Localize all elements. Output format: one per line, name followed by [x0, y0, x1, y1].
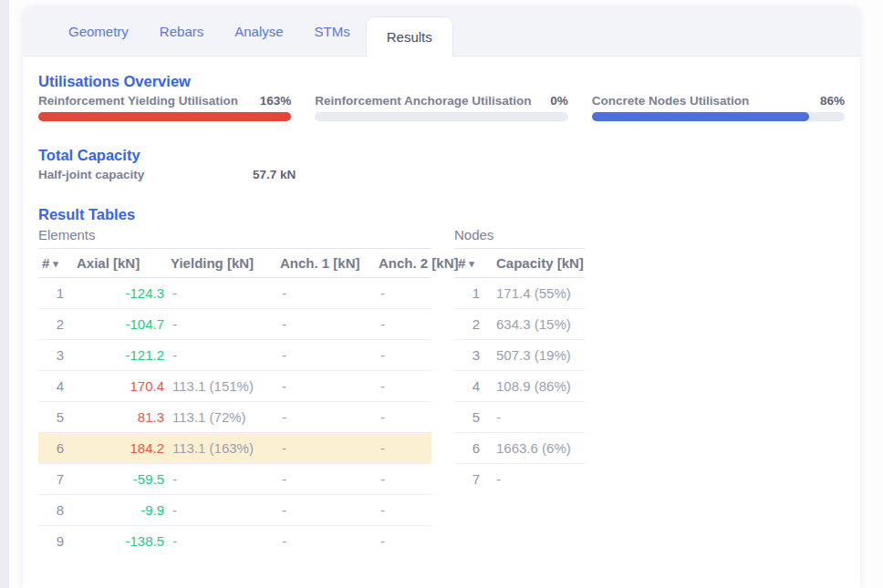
row-number: 6 [454, 433, 485, 464]
tables-container: Elements #▾Axial [kN]Yielding [kN]Anch. … [38, 227, 845, 556]
row-number: 6 [38, 433, 69, 464]
anchorage-1-value: - [276, 278, 375, 309]
axial-value: -124.3 [69, 278, 167, 309]
bar-percent-value: 0% [550, 94, 568, 108]
anchorage-1-value: - [276, 402, 375, 433]
yielding-value: - [167, 495, 276, 526]
tab-analyse[interactable]: Analyse [219, 7, 298, 56]
table-row[interactable]: 7-59.5--- [38, 464, 431, 495]
progress-track [38, 112, 291, 121]
yielding-value: 113.1 (163%) [167, 433, 276, 464]
column-header[interactable]: #▾ [38, 249, 69, 278]
row-number: 4 [38, 371, 69, 402]
table-row[interactable]: 7- [454, 464, 585, 495]
anchorage-2-value: - [375, 309, 431, 340]
row-number: 4 [454, 371, 485, 402]
row-number: 3 [38, 340, 69, 371]
row-number: 7 [454, 464, 485, 495]
anchorage-2-value: - [375, 340, 431, 371]
capacity-value: - [485, 402, 585, 433]
column-header: Yielding [kN] [167, 249, 276, 278]
utilisation-bars: Reinforcement Yielding Utilisation163%Re… [38, 94, 845, 121]
table-row[interactable]: 2634.3 (15%) [454, 309, 585, 340]
tab-stms[interactable]: STMs [299, 7, 366, 56]
column-header-label: Anch. 1 [kN] [280, 255, 360, 271]
column-header-label: # [458, 255, 465, 271]
table-row[interactable]: 61663.6 (6%) [454, 433, 585, 464]
tab-geometry[interactable]: Geometry [53, 7, 144, 56]
column-header-label: Capacity [kN] [496, 255, 584, 271]
progress-fill [38, 112, 291, 121]
utilisations-section: Utilisations Overview Reinforcement Yiel… [38, 73, 845, 121]
column-header: Capacity [kN] [485, 249, 585, 278]
tab-results[interactable]: Results [366, 16, 453, 57]
elements-table: #▾Axial [kN]Yielding [kN]Anch. 1 [kN]Anc… [38, 249, 431, 556]
nodes-table: #▾Capacity [kN] 1171.4 (55%)2634.3 (15%)… [454, 249, 585, 494]
axial-value: 81.3 [69, 402, 167, 433]
elements-header-row: #▾Axial [kN]Yielding [kN]Anch. 1 [kN]Anc… [38, 249, 431, 278]
progress-track [315, 112, 567, 121]
utilisation-bar: Reinforcement Anchorage Utilisation0% [315, 94, 567, 121]
capacity-value: - [485, 464, 585, 495]
table-row[interactable]: 3507.3 (19%) [454, 340, 585, 371]
table-row[interactable]: 2-104.7--- [38, 309, 431, 340]
page-gutter [0, 0, 9, 588]
row-number: 5 [454, 402, 485, 433]
column-header: Anch. 2 [kN] [375, 249, 431, 278]
nodes-table-title: Nodes [454, 227, 585, 249]
anchorage-2-value: - [375, 464, 431, 495]
elements-table-title: Elements [38, 227, 431, 249]
bar-label: Concrete Nodes Utilisation [592, 94, 750, 108]
row-number: 2 [454, 309, 485, 340]
yielding-value: - [167, 464, 276, 495]
table-row[interactable]: 8-9.9--- [38, 495, 431, 526]
table-row[interactable]: 9-138.5--- [38, 526, 431, 557]
bar-header: Concrete Nodes Utilisation86% [592, 94, 845, 108]
tab-rebars[interactable]: Rebars [144, 7, 219, 56]
anchorage-1-value: - [276, 526, 375, 557]
axial-value: -9.9 [69, 495, 167, 526]
sort-desc-icon: ▾ [469, 258, 474, 269]
utilisation-bar: Concrete Nodes Utilisation86% [592, 94, 845, 121]
table-row[interactable]: 1171.4 (55%) [454, 278, 585, 309]
table-row[interactable]: 4108.9 (86%) [454, 371, 585, 402]
anchorage-2-value: - [375, 402, 431, 433]
utilisations-heading: Utilisations Overview [38, 73, 845, 90]
bar-header: Reinforcement Anchorage Utilisation0% [315, 94, 567, 108]
table-row[interactable]: 5- [454, 402, 585, 433]
anchorage-2-value: - [375, 526, 431, 557]
axial-value: -59.5 [69, 464, 167, 495]
capacity-value: 57.7 kN [253, 168, 296, 182]
sort-desc-icon: ▾ [53, 258, 58, 269]
table-row[interactable]: 1-124.3--- [38, 278, 431, 309]
row-number: 7 [38, 464, 69, 495]
anchorage-1-value: - [276, 464, 375, 495]
result-tables-section: Result Tables Elements #▾Axial [kN]Yield… [38, 206, 845, 556]
yielding-value: 113.1 (72%) [167, 402, 276, 433]
capacity-value: 171.4 (55%) [485, 278, 585, 309]
result-tables-heading: Result Tables [38, 206, 845, 223]
row-number: 8 [38, 495, 69, 526]
progress-fill [592, 112, 810, 121]
anchorage-2-value: - [375, 278, 431, 309]
capacity-value: 507.3 (19%) [485, 340, 585, 371]
row-number: 9 [38, 526, 69, 557]
row-number: 1 [454, 278, 485, 309]
table-row[interactable]: 4170.4113.1 (151%)-- [38, 371, 431, 402]
anchorage-1-value: - [276, 309, 375, 340]
axial-value: -138.5 [69, 526, 167, 557]
tab-bar: GeometryRebarsAnalyseSTMsResults [23, 7, 860, 57]
row-number: 3 [454, 340, 485, 371]
row-number: 5 [38, 402, 69, 433]
table-row[interactable]: 3-121.2--- [38, 340, 431, 371]
axial-value: 170.4 [69, 371, 167, 402]
axial-value: 184.2 [69, 433, 167, 464]
results-content: Utilisations Overview Reinforcement Yiel… [23, 57, 860, 556]
column-header-label: Yielding [kN] [171, 255, 254, 271]
table-row[interactable]: 581.3113.1 (72%)-- [38, 402, 431, 433]
capacity-row: Half-joint capacity 57.7 kN [38, 168, 845, 182]
nodes-header-row: #▾Capacity [kN] [454, 249, 585, 278]
bar-percent-value: 163% [260, 94, 292, 108]
table-row[interactable]: 6184.2113.1 (163%)-- [38, 433, 431, 464]
column-header[interactable]: #▾ [454, 249, 485, 278]
